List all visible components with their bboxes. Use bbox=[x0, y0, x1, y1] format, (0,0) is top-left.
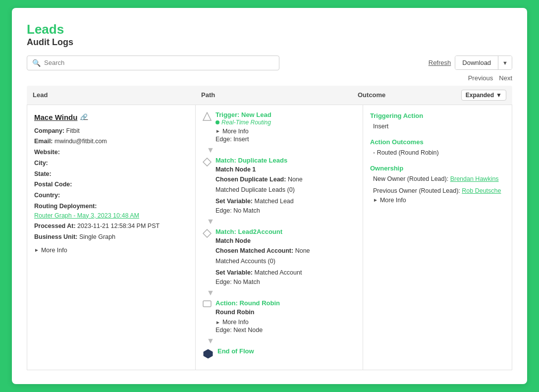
match-icon-2 bbox=[203, 229, 212, 239]
page-title-leads: Leads bbox=[27, 22, 512, 37]
lead-more-info-toggle[interactable]: ► More Info bbox=[34, 247, 188, 254]
outcome-prev-owner: Previous Owner (Routed Lead): Rob Deutsc… bbox=[370, 186, 505, 196]
toolbar: 🔍 Refresh Download ▼ bbox=[27, 56, 512, 70]
action-header: Action: Round Robin Round Robin ► More I… bbox=[203, 299, 356, 334]
search-icon: 🔍 bbox=[32, 59, 41, 67]
trigger-content: Trigger: New Lead Real-Time Routing ► Mo… bbox=[216, 111, 356, 143]
end-header: End of Flow bbox=[203, 347, 356, 361]
lead-postal: Postal Code: bbox=[34, 180, 188, 189]
path-node-match1: Match: Duplicate Leads Match Node 1 Chos… bbox=[203, 157, 356, 214]
download-btn-group: Download ▼ bbox=[455, 56, 512, 70]
refresh-button[interactable]: Refresh bbox=[429, 59, 451, 66]
toolbar-right: Refresh Download ▼ bbox=[429, 56, 512, 70]
page-title-auditlogs: Audit Logs bbox=[27, 37, 512, 48]
outcome-action-outcomes: Action Outcomes - Routed (Round Robin) bbox=[370, 138, 505, 158]
action-more-info[interactable]: ► More Info bbox=[216, 319, 356, 326]
chevron-down-icon: ▼ bbox=[496, 92, 502, 99]
header-path: Path bbox=[201, 91, 358, 99]
green-dot-icon bbox=[216, 120, 219, 124]
arrow-down-3: ▼ bbox=[203, 288, 356, 297]
routing-link[interactable]: Router Graph - May 3, 2023 10:48 AM bbox=[34, 212, 139, 219]
svg-marker-1 bbox=[203, 158, 211, 166]
chevron-right-icon: ► bbox=[216, 128, 220, 134]
outcome-triggering-action: Triggering Action Insert bbox=[370, 112, 505, 131]
lead-business-unit: Business Unit: Single Graph bbox=[34, 232, 188, 242]
search-input[interactable] bbox=[44, 59, 274, 66]
match1-header: Match: Duplicate Leads Match Node 1 Chos… bbox=[203, 157, 356, 214]
pagination-row: Previous Next bbox=[27, 74, 512, 82]
search-box[interactable]: 🔍 bbox=[27, 56, 279, 70]
prev-owner-link[interactable]: Rob Deutsche bbox=[462, 187, 501, 194]
expanded-dropdown[interactable]: Expanded ▼ bbox=[461, 90, 506, 101]
match1-content: Match: Duplicate Leads Match Node 1 Chos… bbox=[216, 157, 356, 214]
new-owner-link[interactable]: Brendan Hawkins bbox=[450, 175, 499, 182]
arrow-down-2: ▼ bbox=[203, 217, 356, 226]
outcome-new-owner: New Owner (Routed Lead): Brendan Hawkins bbox=[370, 174, 505, 184]
outcome-column: Triggering Action Insert Action Outcomes… bbox=[363, 105, 512, 370]
main-card: Leads Audit Logs 🔍 Refresh Download ▼ Pr… bbox=[12, 8, 527, 385]
chevron-right-icon: ► bbox=[34, 247, 39, 253]
svg-marker-2 bbox=[203, 229, 211, 237]
trigger-icon bbox=[203, 112, 212, 122]
lead-processed-at: Processed At: 2023-11-21 12:58:34 PM PST bbox=[34, 222, 188, 231]
svg-marker-0 bbox=[203, 112, 211, 120]
svg-rect-3 bbox=[203, 301, 211, 307]
match-icon-1 bbox=[203, 158, 212, 168]
previous-button[interactable]: Previous bbox=[468, 74, 493, 82]
path-node-trigger: Trigger: New Lead Real-Time Routing ► Mo… bbox=[203, 111, 356, 143]
chevron-right-icon: ► bbox=[373, 197, 378, 203]
lead-state: State: bbox=[34, 169, 188, 179]
lead-email: Email: mwindu@fitbit.com bbox=[34, 137, 188, 146]
action-content: Action: Round Robin Round Robin ► More I… bbox=[216, 299, 356, 334]
lead-column: Mace Windu 🔗 Company: Fitbit Email: mwin… bbox=[27, 105, 196, 370]
trigger-more-info[interactable]: ► More Info bbox=[216, 128, 356, 135]
download-button[interactable]: Download bbox=[455, 56, 498, 69]
outcome-more-info-toggle[interactable]: ► More Info bbox=[370, 197, 505, 204]
outcome-ownership: Ownership New Owner (Routed Lead): Brend… bbox=[370, 165, 505, 204]
path-node-match2: Match: Lead2Account Match Node Chosen Ma… bbox=[203, 228, 356, 285]
svg-marker-4 bbox=[204, 349, 213, 358]
header-outcome: Outcome bbox=[358, 91, 385, 99]
path-column: Trigger: New Lead Real-Time Routing ► Mo… bbox=[196, 105, 363, 370]
next-button[interactable]: Next bbox=[499, 74, 512, 82]
lead-routing-deployment: Routing Deployment: Router Graph - May 3… bbox=[34, 202, 188, 221]
trigger-header: Trigger: New Lead Real-Time Routing ► Mo… bbox=[203, 111, 356, 143]
lead-city: City: bbox=[34, 159, 188, 168]
chevron-right-icon: ► bbox=[216, 320, 220, 325]
lead-website: Website: bbox=[34, 148, 188, 157]
arrow-down-1: ▼ bbox=[203, 146, 356, 155]
path-node-end: End of Flow bbox=[203, 347, 356, 361]
link-icon: 🔗 bbox=[80, 113, 88, 120]
lead-company: Company: Fitbit bbox=[34, 126, 188, 136]
arrow-down-4: ▼ bbox=[203, 336, 356, 345]
match2-content: Match: Lead2Account Match Node Chosen Ma… bbox=[216, 228, 356, 285]
end-icon bbox=[203, 348, 214, 361]
lead-name: Mace Windu 🔗 bbox=[34, 113, 188, 121]
match2-header: Match: Lead2Account Match Node Chosen Ma… bbox=[203, 228, 356, 285]
trigger-subtitle: Real-Time Routing bbox=[216, 119, 356, 126]
download-chevron-button[interactable]: ▼ bbox=[498, 56, 512, 69]
header-lead: Lead bbox=[33, 91, 201, 99]
lead-country: Country: bbox=[34, 191, 188, 200]
main-content: Mace Windu 🔗 Company: Fitbit Email: mwin… bbox=[27, 105, 512, 371]
table-header: Lead Path Outcome Expanded ▼ bbox=[27, 86, 512, 105]
action-icon bbox=[203, 300, 212, 309]
path-node-action: Action: Round Robin Round Robin ► More I… bbox=[203, 299, 356, 334]
end-content: End of Flow bbox=[217, 347, 356, 355]
